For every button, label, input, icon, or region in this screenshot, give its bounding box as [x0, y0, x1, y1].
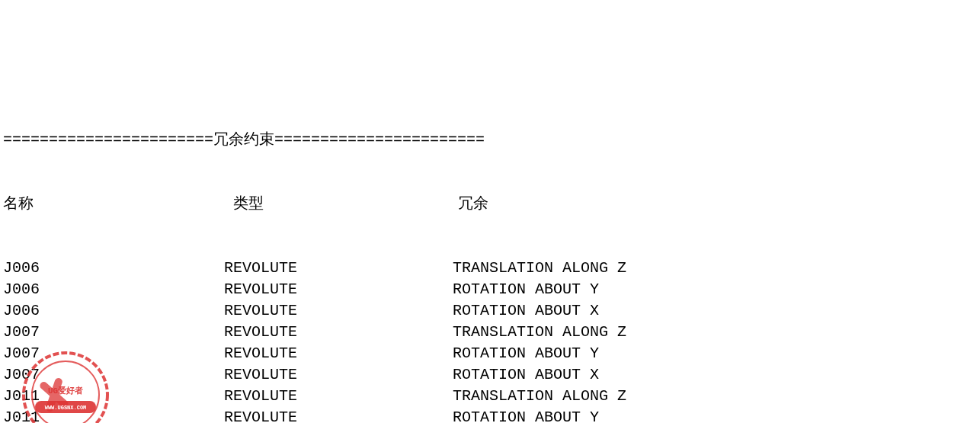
cell-name: J011: [3, 407, 224, 423]
cell-type: REVOLUTE: [224, 258, 453, 279]
cell-name: J007: [3, 343, 224, 364]
cell-redundant: ROTATION ABOUT X: [453, 364, 599, 386]
cell-type: REVOLUTE: [224, 386, 453, 407]
column-headers: 名称类型冗余: [3, 194, 977, 215]
column-header-redundant: 冗余: [458, 194, 488, 215]
table-row: J007REVOLUTETRANSLATION ALONG Z: [3, 322, 977, 343]
cell-redundant: TRANSLATION ALONG Z: [453, 386, 626, 407]
section-title: 冗余约束: [213, 131, 274, 149]
cell-name: J006: [3, 279, 224, 300]
cell-name: J007: [3, 322, 224, 343]
cell-type: REVOLUTE: [224, 279, 453, 300]
cell-type: REVOLUTE: [224, 300, 453, 322]
cell-redundant: TRANSLATION ALONG Z: [453, 258, 626, 279]
cell-redundant: ROTATION ABOUT Y: [453, 407, 599, 423]
cell-type: REVOLUTE: [224, 322, 453, 343]
table-row: J006REVOLUTEROTATION ABOUT Y: [3, 279, 977, 300]
column-header-type: 类型: [233, 194, 458, 215]
cell-name: J006: [3, 258, 224, 279]
cell-type: REVOLUTE: [224, 343, 453, 364]
cell-name: J006: [3, 300, 224, 322]
cell-redundant: ROTATION ABOUT Y: [453, 279, 599, 300]
cell-type: REVOLUTE: [224, 364, 453, 386]
table-row: J011REVOLUTEROTATION ABOUT Y: [3, 407, 977, 423]
table-row: J006REVOLUTETRANSLATION ALONG Z: [3, 258, 977, 279]
divider-right: =======================: [274, 131, 485, 149]
column-header-name: 名称: [3, 194, 233, 215]
table-row: J011REVOLUTETRANSLATION ALONG Z: [3, 386, 977, 407]
cell-redundant: ROTATION ABOUT X: [453, 300, 599, 322]
constraints-table: J006REVOLUTETRANSLATION ALONG ZJ006REVOL…: [3, 258, 977, 423]
cell-type: REVOLUTE: [224, 407, 453, 423]
cell-redundant: TRANSLATION ALONG Z: [453, 322, 626, 343]
divider-left: =======================: [3, 131, 213, 149]
cell-name: J011: [3, 386, 224, 407]
table-row: J007REVOLUTEROTATION ABOUT X: [3, 364, 977, 386]
table-row: J007REVOLUTEROTATION ABOUT Y: [3, 343, 977, 364]
cell-redundant: ROTATION ABOUT Y: [453, 343, 599, 364]
table-row: J006REVOLUTEROTATION ABOUT X: [3, 300, 977, 322]
cell-name: J007: [3, 364, 224, 386]
section-header: =======================冗余约束=============…: [3, 130, 977, 151]
